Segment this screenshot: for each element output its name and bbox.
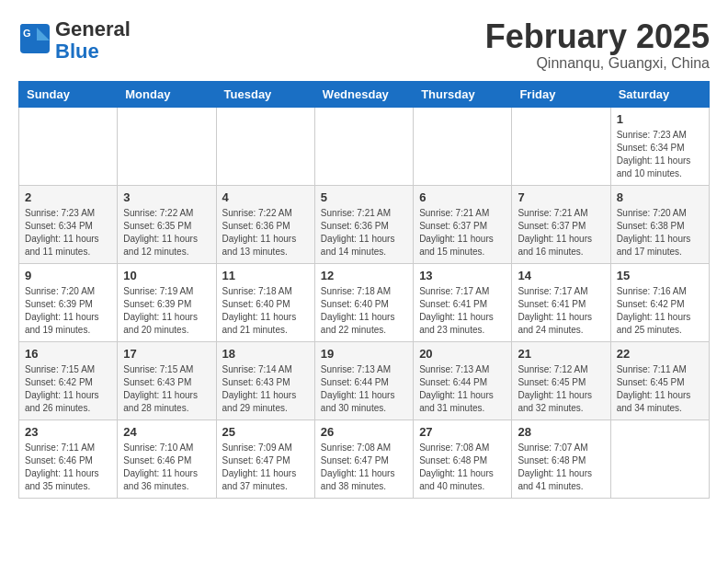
empty-cell xyxy=(414,107,512,185)
day-cell-13: 13Sunrise: 7:17 AM Sunset: 6:41 PM Dayli… xyxy=(414,263,512,341)
day-number: 20 xyxy=(419,347,506,361)
week-row-4: 23Sunrise: 7:11 AM Sunset: 6:46 PM Dayli… xyxy=(19,419,710,498)
weekday-header-saturday: Saturday xyxy=(610,81,709,107)
day-info: Sunrise: 7:22 AM Sunset: 6:36 PM Dayligh… xyxy=(222,207,309,259)
day-info: Sunrise: 7:19 AM Sunset: 6:39 PM Dayligh… xyxy=(123,285,210,337)
empty-cell xyxy=(512,107,610,185)
day-cell-9: 9Sunrise: 7:20 AM Sunset: 6:39 PM Daylig… xyxy=(19,263,118,341)
logo-icon: G xyxy=(18,22,51,59)
logo-text: General Blue xyxy=(55,18,131,63)
empty-cell xyxy=(610,419,709,498)
empty-cell xyxy=(216,107,314,185)
weekday-header-row: SundayMondayTuesdayWednesdayThursdayFrid… xyxy=(19,81,710,107)
day-cell-24: 24Sunrise: 7:10 AM Sunset: 6:46 PM Dayli… xyxy=(118,419,216,498)
weekday-header-monday: Monday xyxy=(118,81,216,107)
logo: G General Blue xyxy=(18,18,131,63)
logo-line2: Blue xyxy=(55,40,99,63)
day-number: 13 xyxy=(419,269,506,282)
day-info: Sunrise: 7:14 AM Sunset: 6:43 PM Dayligh… xyxy=(222,363,309,415)
day-number: 1 xyxy=(617,112,703,126)
svg-text:G: G xyxy=(23,28,31,39)
day-cell-2: 2Sunrise: 7:23 AM Sunset: 6:34 PM Daylig… xyxy=(19,185,118,263)
day-number: 12 xyxy=(321,269,407,282)
calendar-table: SundayMondayTuesdayWednesdayThursdayFrid… xyxy=(18,81,710,499)
day-info: Sunrise: 7:08 AM Sunset: 6:48 PM Dayligh… xyxy=(419,442,506,493)
empty-cell xyxy=(314,107,413,185)
day-info: Sunrise: 7:22 AM Sunset: 6:35 PM Dayligh… xyxy=(123,207,210,259)
day-number: 15 xyxy=(617,269,703,282)
empty-cell xyxy=(118,107,216,185)
day-number: 5 xyxy=(321,190,407,204)
weekday-header-friday: Friday xyxy=(512,81,610,107)
day-number: 22 xyxy=(617,347,703,361)
day-cell-15: 15Sunrise: 7:16 AM Sunset: 6:42 PM Dayli… xyxy=(610,263,709,341)
day-info: Sunrise: 7:10 AM Sunset: 6:46 PM Dayligh… xyxy=(123,442,210,493)
day-info: Sunrise: 7:13 AM Sunset: 6:44 PM Dayligh… xyxy=(321,363,407,415)
day-info: Sunrise: 7:18 AM Sunset: 6:40 PM Dayligh… xyxy=(222,285,309,337)
day-info: Sunrise: 7:18 AM Sunset: 6:40 PM Dayligh… xyxy=(321,285,407,337)
day-info: Sunrise: 7:11 AM Sunset: 6:45 PM Dayligh… xyxy=(617,363,703,415)
day-cell-21: 21Sunrise: 7:12 AM Sunset: 6:45 PM Dayli… xyxy=(512,341,610,419)
day-number: 7 xyxy=(518,190,604,204)
day-info: Sunrise: 7:13 AM Sunset: 6:44 PM Dayligh… xyxy=(419,363,506,415)
calendar-title-block: February 2025 Qinnanqu, Guangxi, China xyxy=(485,18,710,72)
day-cell-22: 22Sunrise: 7:11 AM Sunset: 6:45 PM Dayli… xyxy=(610,341,709,419)
day-number: 2 xyxy=(25,190,111,204)
day-info: Sunrise: 7:09 AM Sunset: 6:47 PM Dayligh… xyxy=(222,442,309,493)
week-row-3: 16Sunrise: 7:15 AM Sunset: 6:42 PM Dayli… xyxy=(19,341,710,419)
day-cell-12: 12Sunrise: 7:18 AM Sunset: 6:40 PM Dayli… xyxy=(314,263,413,341)
day-cell-26: 26Sunrise: 7:08 AM Sunset: 6:47 PM Dayli… xyxy=(314,419,413,498)
week-row-1: 2Sunrise: 7:23 AM Sunset: 6:34 PM Daylig… xyxy=(19,185,710,263)
weekday-header-sunday: Sunday xyxy=(19,81,118,107)
day-number: 27 xyxy=(419,425,506,439)
day-cell-11: 11Sunrise: 7:18 AM Sunset: 6:40 PM Dayli… xyxy=(216,263,314,341)
day-number: 9 xyxy=(25,269,111,282)
day-cell-7: 7Sunrise: 7:21 AM Sunset: 6:37 PM Daylig… xyxy=(512,185,610,263)
day-cell-1: 1Sunrise: 7:23 AM Sunset: 6:34 PM Daylig… xyxy=(610,107,709,185)
day-number: 8 xyxy=(617,190,703,204)
day-number: 26 xyxy=(321,425,407,439)
day-cell-28: 28Sunrise: 7:07 AM Sunset: 6:48 PM Dayli… xyxy=(512,419,610,498)
day-number: 4 xyxy=(222,190,309,204)
day-info: Sunrise: 7:16 AM Sunset: 6:42 PM Dayligh… xyxy=(617,285,703,337)
day-number: 25 xyxy=(222,425,309,439)
day-number: 3 xyxy=(123,190,210,204)
day-number: 23 xyxy=(25,425,111,439)
day-cell-17: 17Sunrise: 7:15 AM Sunset: 6:43 PM Dayli… xyxy=(118,341,216,419)
day-cell-16: 16Sunrise: 7:15 AM Sunset: 6:42 PM Dayli… xyxy=(19,341,118,419)
day-info: Sunrise: 7:20 AM Sunset: 6:39 PM Dayligh… xyxy=(25,285,111,337)
day-info: Sunrise: 7:21 AM Sunset: 6:37 PM Dayligh… xyxy=(419,207,506,259)
day-number: 10 xyxy=(123,269,210,282)
day-info: Sunrise: 7:08 AM Sunset: 6:47 PM Dayligh… xyxy=(321,442,407,493)
day-info: Sunrise: 7:21 AM Sunset: 6:36 PM Dayligh… xyxy=(321,207,407,259)
day-cell-20: 20Sunrise: 7:13 AM Sunset: 6:44 PM Dayli… xyxy=(414,341,512,419)
weekday-header-thursday: Thursday xyxy=(414,81,512,107)
day-info: Sunrise: 7:23 AM Sunset: 6:34 PM Dayligh… xyxy=(617,129,703,180)
day-number: 11 xyxy=(222,269,309,282)
day-number: 16 xyxy=(25,347,111,361)
day-cell-10: 10Sunrise: 7:19 AM Sunset: 6:39 PM Dayli… xyxy=(118,263,216,341)
day-cell-25: 25Sunrise: 7:09 AM Sunset: 6:47 PM Dayli… xyxy=(216,419,314,498)
weekday-header-wednesday: Wednesday xyxy=(314,81,413,107)
day-info: Sunrise: 7:07 AM Sunset: 6:48 PM Dayligh… xyxy=(518,442,604,493)
day-cell-3: 3Sunrise: 7:22 AM Sunset: 6:35 PM Daylig… xyxy=(118,185,216,263)
day-info: Sunrise: 7:12 AM Sunset: 6:45 PM Dayligh… xyxy=(518,363,604,415)
day-info: Sunrise: 7:21 AM Sunset: 6:37 PM Dayligh… xyxy=(518,207,604,259)
day-cell-5: 5Sunrise: 7:21 AM Sunset: 6:36 PM Daylig… xyxy=(314,185,413,263)
logo-line1: General xyxy=(55,17,131,40)
day-info: Sunrise: 7:15 AM Sunset: 6:43 PM Dayligh… xyxy=(123,363,210,415)
page-header: G General Blue February 2025 Qinnanqu, G… xyxy=(18,18,710,72)
day-cell-14: 14Sunrise: 7:17 AM Sunset: 6:41 PM Dayli… xyxy=(512,263,610,341)
day-cell-8: 8Sunrise: 7:20 AM Sunset: 6:38 PM Daylig… xyxy=(610,185,709,263)
day-info: Sunrise: 7:17 AM Sunset: 6:41 PM Dayligh… xyxy=(518,285,604,337)
day-number: 17 xyxy=(123,347,210,361)
day-info: Sunrise: 7:20 AM Sunset: 6:38 PM Dayligh… xyxy=(617,207,703,259)
day-cell-27: 27Sunrise: 7:08 AM Sunset: 6:48 PM Dayli… xyxy=(414,419,512,498)
day-info: Sunrise: 7:11 AM Sunset: 6:46 PM Dayligh… xyxy=(25,442,111,493)
day-number: 24 xyxy=(123,425,210,439)
day-cell-4: 4Sunrise: 7:22 AM Sunset: 6:36 PM Daylig… xyxy=(216,185,314,263)
day-info: Sunrise: 7:17 AM Sunset: 6:41 PM Dayligh… xyxy=(419,285,506,337)
day-info: Sunrise: 7:23 AM Sunset: 6:34 PM Dayligh… xyxy=(25,207,111,259)
day-number: 6 xyxy=(419,190,506,204)
weekday-header-tuesday: Tuesday xyxy=(216,81,314,107)
